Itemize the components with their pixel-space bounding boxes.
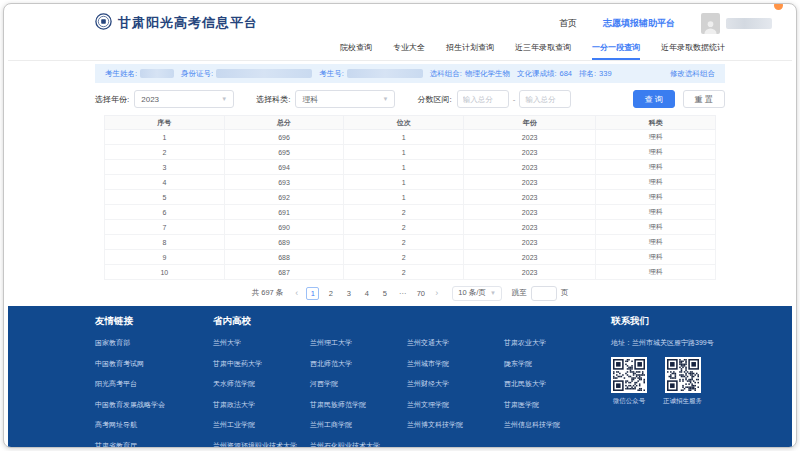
table-cell: 4 [105, 175, 225, 190]
table-cell: 2023 [464, 145, 596, 160]
year-filter-label: 选择年份: [95, 94, 129, 105]
table-cell: 理科 [596, 205, 716, 220]
university-link[interactable]: 兰州交通大学 [407, 338, 504, 348]
table-header-row: 序号总分位次年份科类 [105, 116, 716, 130]
pagination: 共 697 条 ‹ 12345···70 › 10 条/页 ▼ 跳至 页 [95, 285, 725, 301]
page-number-2[interactable]: 2 [324, 287, 337, 300]
university-link[interactable]: 陇东学院 [504, 359, 601, 369]
page-number-1[interactable]: 1 [306, 287, 319, 300]
university-link[interactable]: 兰州信息科技学院 [504, 420, 601, 430]
footer-link[interactable]: 甘肃省教育厅 [95, 441, 213, 449]
universities-title: 省内高校 [213, 315, 601, 328]
table-cell: 2023 [464, 250, 596, 265]
qr-code-image [611, 357, 647, 393]
category-filter-label: 选择科类: [256, 94, 290, 105]
page-ellipsis: ··· [396, 287, 409, 300]
page-number-5[interactable]: 5 [378, 287, 391, 300]
modify-subject-combo-link[interactable]: 修改选科组合 [670, 69, 715, 79]
score-range-label: 分数区间: [417, 94, 451, 105]
top-bar: 甘肃阳光高考信息平台 首页 志愿填报辅助平台 [8, 8, 792, 38]
tab-3[interactable]: 招生计划查询 [446, 38, 494, 60]
culture-score-value: 684 [559, 69, 572, 78]
next-page-arrow[interactable]: › [433, 288, 440, 298]
user-account[interactable] [701, 13, 772, 34]
table-cell: 689 [224, 235, 344, 250]
university-link[interactable]: 天水师范学院 [213, 379, 310, 389]
table-cell: 2 [344, 265, 464, 280]
reset-button[interactable]: 重 置 [683, 90, 725, 108]
table-cell: 2023 [464, 265, 596, 280]
total-count: 共 697 条 [252, 288, 284, 298]
university-link[interactable]: 兰州资源环境职业技术大学 [213, 441, 310, 449]
university-link[interactable]: 甘肃民族师范学院 [310, 400, 407, 410]
nav-assist-platform-link[interactable]: 志愿填报辅助平台 [603, 17, 675, 30]
table-cell: 8 [105, 235, 225, 250]
table-row: 269512023理科 [105, 145, 716, 160]
footer-link[interactable]: 中国教育发展战略学会 [95, 400, 213, 410]
prev-page-arrow[interactable]: ‹ [293, 288, 300, 298]
page-size-select[interactable]: 10 条/页 ▼ [452, 286, 501, 301]
university-link[interactable]: 兰州大学 [213, 338, 310, 348]
university-link[interactable]: 兰州工业学院 [213, 420, 310, 430]
table-row: 968822023理科 [105, 250, 716, 265]
university-link[interactable]: 西北民族大学 [504, 379, 601, 389]
tab-2[interactable]: 专业大全 [393, 38, 425, 60]
footer-link[interactable]: 高考网址导航 [95, 420, 213, 430]
category-select-value: 理科 [302, 94, 318, 105]
tab-4[interactable]: 近三年录取查询 [515, 38, 571, 60]
brand[interactable]: 甘肃阳光高考信息平台 [95, 13, 258, 34]
table-cell: 理科 [596, 160, 716, 175]
footer-link[interactable]: 中国教育考试网 [95, 359, 213, 369]
university-link[interactable]: 兰州城市学院 [407, 359, 504, 369]
tab-6[interactable]: 近年录取数据统计 [661, 38, 725, 60]
university-link[interactable]: 兰州工商学院 [310, 420, 407, 430]
university-link[interactable]: 兰州文理学院 [407, 400, 504, 410]
student-id-redacted [216, 69, 312, 78]
page-number-3[interactable]: 3 [342, 287, 355, 300]
footer-link[interactable]: 阳光高考平台 [95, 379, 213, 389]
page-number-4[interactable]: 4 [360, 287, 373, 300]
table-cell: 理科 [596, 235, 716, 250]
column-header: 位次 [344, 116, 464, 130]
table-cell: 理科 [596, 190, 716, 205]
university-link[interactable]: 甘肃医学院 [504, 400, 601, 410]
rank-label: 排名: [579, 69, 596, 79]
floating-notification-dot[interactable] [774, 3, 783, 10]
jump-page-input[interactable] [531, 286, 557, 301]
table-cell: 1 [344, 175, 464, 190]
category-select[interactable]: 理科 ▼ [295, 90, 395, 108]
university-link[interactable]: 河西学院 [310, 379, 407, 389]
filter-bar: 选择年份: 2023 ▼ 选择科类: 理科 ▼ 分数区间: - 查 询 重 置 [95, 90, 725, 108]
table-cell: 2023 [464, 160, 596, 175]
university-link[interactable]: 西北师范大学 [310, 359, 407, 369]
tab-5[interactable]: 一分一段查询 [592, 38, 640, 60]
university-link[interactable]: 甘肃农业大学 [504, 338, 601, 348]
table-cell: 687 [224, 265, 344, 280]
score-min-input[interactable] [457, 90, 509, 108]
table-cell: 5 [105, 190, 225, 205]
table-cell: 2023 [464, 130, 596, 145]
table-cell: 1 [344, 130, 464, 145]
column-header: 总分 [224, 116, 344, 130]
year-select[interactable]: 2023 ▼ [134, 90, 234, 108]
range-separator: - [513, 95, 516, 104]
nav-home-link[interactable]: 首页 [559, 17, 577, 30]
university-link[interactable]: 兰州财经大学 [407, 379, 504, 389]
exam-no-label: 考生号: [319, 69, 344, 79]
table-cell: 3 [105, 160, 225, 175]
tab-1[interactable]: 院校查询 [340, 38, 372, 60]
university-link[interactable]: 兰州理工大学 [310, 338, 407, 348]
university-link[interactable]: 甘肃中医药大学 [213, 359, 310, 369]
table-row: 369412023理科 [105, 160, 716, 175]
university-sub-column: 甘肃农业大学陇东学院西北民族大学甘肃医学院兰州信息科技学院 [504, 338, 601, 448]
university-link[interactable]: 兰州博文科技学院 [407, 420, 504, 430]
university-link[interactable]: 兰州石化职业技术大学 [310, 441, 407, 449]
table-cell: 1 [105, 130, 225, 145]
table-cell: 2023 [464, 190, 596, 205]
footer-link[interactable]: 国家教育部 [95, 338, 213, 348]
university-link[interactable]: 甘肃政法大学 [213, 400, 310, 410]
table-cell: 2023 [464, 220, 596, 235]
page-number-70[interactable]: 70 [414, 287, 427, 300]
search-button[interactable]: 查 询 [633, 90, 675, 108]
score-max-input[interactable] [519, 90, 571, 108]
